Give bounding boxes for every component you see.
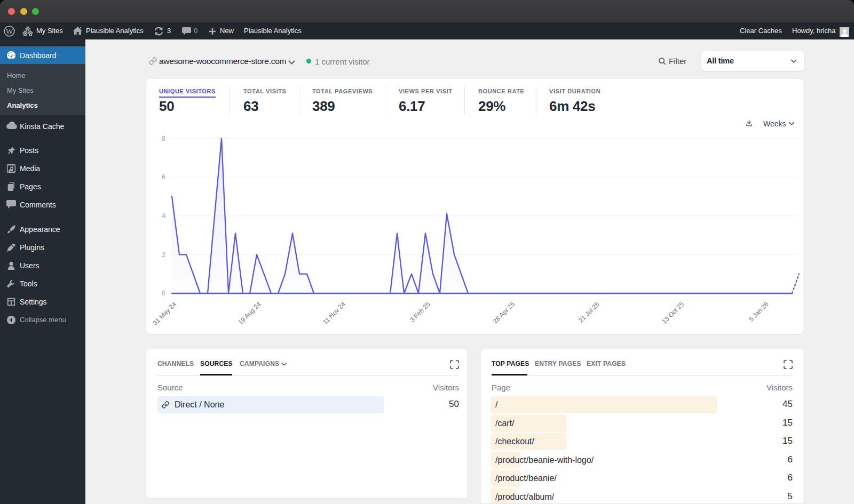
svg-text:5 Jan 26: 5 Jan 26 <box>747 300 770 323</box>
svg-text:13 Oct 25: 13 Oct 25 <box>660 300 685 325</box>
svg-text:6: 6 <box>162 173 165 181</box>
svg-text:8: 8 <box>162 135 165 142</box>
svg-text:21 Jul 25: 21 Jul 25 <box>577 300 601 324</box>
svg-text:3 Feb 25: 3 Feb 25 <box>408 300 432 324</box>
svg-text:0: 0 <box>162 290 165 297</box>
svg-text:31 May 24: 31 May 24 <box>152 300 178 327</box>
svg-text:19 Aug 24: 19 Aug 24 <box>236 300 262 326</box>
svg-text:4: 4 <box>162 212 165 220</box>
svg-text:11 Nov 24: 11 Nov 24 <box>321 300 347 326</box>
svg-text:2: 2 <box>162 251 165 259</box>
svg-text:28 Apr 25: 28 Apr 25 <box>492 300 516 325</box>
svg-text:W: W <box>5 27 13 36</box>
